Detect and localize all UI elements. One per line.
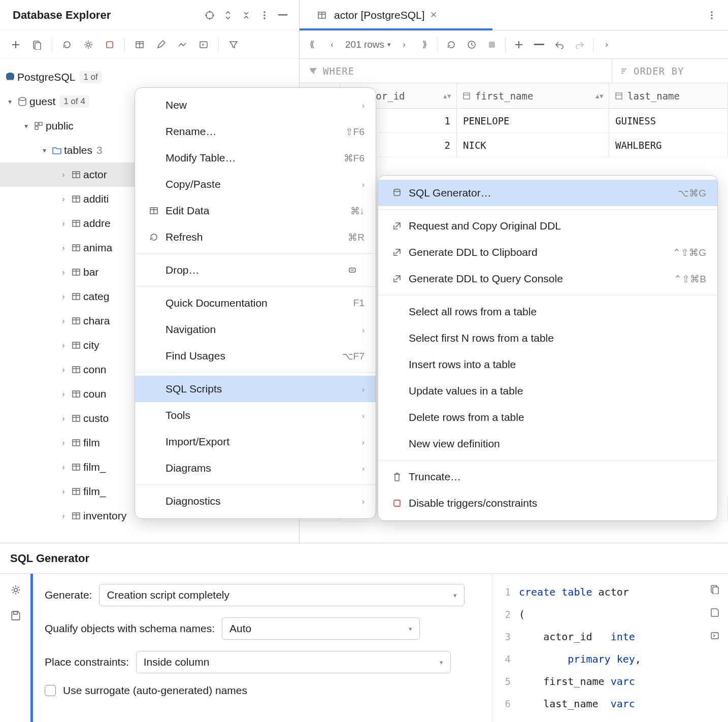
orderby-filter[interactable]: ORDER BY [612, 59, 728, 83]
editor-tab[interactable]: actor [PostgreSQL] ✕ [306, 0, 446, 30]
qualify-select[interactable]: Auto▾ [222, 617, 420, 640]
save-icon[interactable] [709, 606, 721, 618]
collapse-icon[interactable] [240, 9, 252, 21]
menu-item[interactable]: Copy/Paste› [135, 171, 376, 198]
add-icon[interactable] [9, 38, 22, 51]
more-icon[interactable] [258, 9, 271, 21]
column-header-last-name[interactable]: last_name [609, 83, 728, 108]
add-row-icon[interactable] [512, 38, 526, 52]
menu-item[interactable]: SQL Scripts› [135, 376, 376, 402]
chevron-right-icon[interactable]: › [58, 292, 69, 301]
reload-icon[interactable] [444, 38, 458, 52]
menu-item[interactable]: Generate DDL to Query Console⌃⇧⌘B [378, 266, 717, 292]
prev-page-icon[interactable]: ‹ [325, 38, 339, 52]
chevron-right-icon[interactable]: › [58, 463, 69, 471]
stop-icon[interactable] [485, 38, 499, 52]
close-icon[interactable]: ✕ [430, 10, 437, 20]
table-name: film_ [83, 461, 106, 473]
menu-item[interactable]: Diagrams› [135, 455, 376, 481]
menu-item[interactable]: Drop… [135, 257, 376, 283]
menu-item[interactable]: New› [135, 92, 376, 118]
code-text[interactable]: create table actor ( actor_id inte prima… [516, 574, 702, 722]
rows-display[interactable]: 201 rows ▾ [345, 39, 391, 50]
menu-item[interactable]: Find Usages⌥F7 [135, 343, 376, 369]
edit-icon[interactable] [154, 38, 168, 51]
where-filter[interactable]: WHERE [300, 59, 612, 83]
next-page-icon[interactable]: › [397, 38, 411, 52]
history-icon[interactable] [465, 38, 479, 52]
cell-last-name[interactable]: WAHLBERG [609, 133, 728, 157]
menu-item[interactable]: Import/Export› [135, 429, 376, 455]
console-icon[interactable] [197, 38, 210, 51]
console-icon[interactable] [709, 630, 721, 642]
redbox-icon [389, 499, 405, 508]
refresh-icon[interactable] [60, 38, 74, 51]
chevron-right-icon[interactable]: › [58, 244, 69, 252]
table-icon[interactable] [133, 38, 146, 51]
jump-icon[interactable] [176, 38, 189, 51]
chevron-down-icon[interactable]: ▾ [39, 146, 50, 154]
chevron-right-icon[interactable]: › [58, 414, 69, 422]
chevron-right-icon[interactable]: › [58, 219, 69, 227]
menu-item[interactable]: Tools› [135, 402, 376, 429]
filter-icon[interactable] [227, 38, 240, 51]
chevron-right-icon[interactable]: › [58, 439, 69, 447]
save-icon[interactable] [10, 609, 22, 621]
chevron-right-icon[interactable]: › [58, 512, 69, 520]
menu-item[interactable]: Truncate… [378, 464, 717, 490]
menu-item[interactable]: Refresh⌘R [135, 224, 376, 250]
chevron-down-icon[interactable]: ▾ [20, 122, 31, 130]
menu-item[interactable]: Edit Data⌘↓ [135, 198, 376, 224]
target-icon[interactable] [204, 9, 216, 21]
cell-first-name[interactable]: PENELOPE [457, 109, 609, 133]
chevron-down-icon[interactable]: ▾ [4, 97, 15, 106]
menu-item[interactable]: Request and Copy Original DDL [378, 213, 717, 239]
constraints-select[interactable]: Inside column▾ [136, 651, 451, 673]
menu-item[interactable]: Select first N rows from a table [378, 325, 717, 351]
chevron-right-icon[interactable]: › [58, 390, 69, 398]
chevron-right-icon[interactable]: › [58, 366, 69, 374]
chevron-right-icon[interactable]: › [58, 268, 69, 276]
gear-icon[interactable] [10, 584, 22, 596]
expand-icon[interactable] [222, 9, 234, 21]
remove-row-icon[interactable] [532, 38, 546, 52]
redo-icon[interactable] [573, 38, 587, 52]
menu-item[interactable]: Delete rows from a table [378, 404, 717, 431]
chevron-right-icon[interactable]: › [58, 317, 69, 325]
menu-item[interactable]: Rename…⇧F6 [135, 118, 376, 145]
schema-db-label: guest [29, 95, 55, 108]
generate-select[interactable]: Creation script completely▾ [99, 584, 465, 606]
menu-item[interactable]: Update values in a table [378, 378, 717, 404]
tree-datasource[interactable]: PostgreSQL 1 of [0, 65, 299, 89]
column-header-first-name[interactable]: first_name ▴▾ [457, 83, 609, 108]
menu-item[interactable]: SQL Generator…⌥⌘G [378, 180, 717, 206]
last-page-icon[interactable]: ⟫ [417, 38, 432, 52]
menu-item[interactable]: Disable triggers/constraints [378, 490, 717, 516]
menu-item[interactable]: Select all rows from a table [378, 299, 717, 325]
chevron-right-icon[interactable]: › [58, 171, 69, 179]
chevron-right-icon[interactable]: › [58, 341, 69, 349]
surrogate-checkbox[interactable] [45, 685, 56, 696]
more-right-icon[interactable]: › [600, 38, 614, 52]
menu-item[interactable]: Quick DocumentationF1 [135, 290, 376, 316]
menu-item[interactable]: Generate DDL to Clipboard⌃⇧⌘G [378, 239, 717, 266]
cell-last-name[interactable]: GUINESS [609, 109, 728, 133]
menu-item[interactable]: Navigation› [135, 316, 376, 343]
minimize-icon[interactable] [277, 9, 289, 21]
copy-icon[interactable] [30, 38, 44, 51]
cell-first-name[interactable]: NICK [457, 133, 609, 157]
context-menu-main[interactable]: New›Rename…⇧F6Modify Table…⌘F6Copy/Paste… [135, 87, 376, 519]
chevron-right-icon[interactable]: › [58, 195, 69, 203]
stop-icon[interactable] [103, 38, 116, 51]
undo-icon[interactable] [552, 38, 567, 52]
menu-item[interactable]: New view definition [378, 431, 717, 457]
gear-icon[interactable] [82, 38, 95, 51]
chevron-right-icon[interactable]: › [58, 487, 69, 496]
more-icon[interactable] [706, 9, 718, 21]
copy-icon[interactable] [709, 583, 721, 595]
menu-item[interactable]: Insert rows into a table [378, 351, 717, 378]
first-page-icon[interactable]: ⟪ [305, 38, 319, 52]
menu-item[interactable]: Diagnostics› [135, 488, 376, 514]
context-menu-sql-scripts[interactable]: SQL Generator…⌥⌘GRequest and Copy Origin… [378, 175, 718, 521]
menu-item[interactable]: Modify Table…⌘F6 [135, 145, 376, 171]
